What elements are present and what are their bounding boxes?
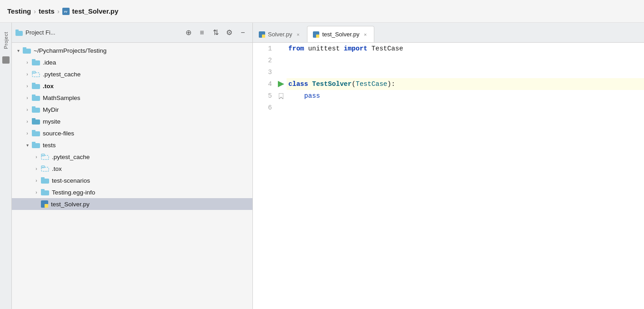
folder-tox-root-icon [32, 83, 40, 89]
tox-root-label: .tox [43, 83, 54, 90]
plain-paren-open: ( [352, 78, 356, 90]
tree-item-source-files[interactable]: source-files [12, 127, 252, 139]
breadcrumb-sep-2: › [57, 8, 60, 15]
svg-rect-3 [23, 47, 26, 50]
test-scenarios-label: test-scenarios [52, 177, 90, 184]
tree-item-test-solver-py[interactable]: test_Solver.py [12, 198, 252, 210]
mydir-label: MyDir [43, 106, 59, 113]
minimize-button[interactable]: − [237, 27, 249, 39]
tree-item-mysite[interactable]: mysite [12, 115, 252, 127]
collapse-all-button[interactable]: ≡ [196, 27, 208, 39]
tab-solver-label: Solver.py [268, 31, 292, 38]
folder-test-scenarios-icon [41, 177, 49, 184]
root-label: ~/PycharmProjects/Testing [34, 47, 106, 54]
plain-paren-close: ): [387, 78, 395, 90]
tox-tests-label: .tox [52, 165, 62, 172]
tree-item-mathsamples[interactable]: MathSamples [12, 92, 252, 104]
folder-source-files-icon [32, 130, 40, 136]
svg-rect-27 [41, 189, 45, 191]
sort-button[interactable]: ⇅ [210, 27, 221, 39]
tab-solver-close[interactable]: × [295, 31, 301, 38]
chevron-tox-root [24, 82, 31, 90]
code-line-3 [287, 66, 644, 78]
svg-rect-21 [41, 154, 45, 156]
panel-toolbar: Project Fi... ⊕ ≡ ⇅ ⚙ − [12, 23, 252, 43]
breadcrumb-file[interactable]: test_Solver.py [72, 7, 119, 15]
folder-mydir-icon [32, 106, 40, 113]
tree-item-idea[interactable]: .idea [12, 56, 252, 68]
gutter-3 [276, 66, 287, 78]
tree-item-tox-tests[interactable]: .tox [12, 163, 252, 174]
svg-marker-34 [279, 93, 283, 99]
mathsamples-label: MathSamples [43, 95, 80, 101]
kw-class: class [288, 78, 312, 90]
tree-item-test-scenarios[interactable]: test-scenarios [12, 174, 252, 186]
tab-bar: Solver.py × test_Solver.py × [253, 23, 644, 43]
tab-test-solver-label: test_Solver.py [322, 31, 359, 38]
line-num-5: 5 [257, 90, 272, 102]
root-folder-icon [23, 47, 31, 54]
chevron-tests [24, 141, 31, 149]
fn-testcase: TestCase [356, 78, 387, 90]
tree-item-pytest-cache[interactable]: .pytest_cache [12, 68, 252, 80]
folder-icon-toolbar [15, 30, 23, 36]
chevron-testing-egg [33, 189, 40, 196]
py-file-icon [62, 8, 70, 15]
chevron-tox-tests [33, 165, 40, 172]
tree-item-tests[interactable]: tests [12, 139, 252, 151]
project-label[interactable]: Project [3, 32, 9, 49]
svg-rect-13 [32, 106, 35, 109]
line-numbers: 1 2 3 4 5 6 [253, 43, 276, 309]
svg-rect-29 [45, 204, 48, 208]
breadcrumb-tests[interactable]: tests [39, 7, 55, 15]
code-line-2 [287, 55, 644, 66]
svg-rect-19 [32, 142, 35, 144]
svg-rect-31 [262, 35, 265, 38]
line-num-3: 3 [257, 66, 272, 78]
test-solver-tab-icon [313, 31, 319, 38]
tab-solver[interactable]: Solver.py × [253, 26, 307, 42]
add-content-button[interactable]: ⊕ [182, 27, 194, 39]
settings-button[interactable]: ⚙ [223, 27, 235, 39]
tree-item-tox-root[interactable]: .tox [12, 80, 252, 92]
chevron-pytest-cache-tests [33, 153, 40, 160]
folder-tests-icon [32, 142, 40, 148]
svg-rect-15 [32, 118, 35, 120]
breadcrumb: Testing › tests › test_Solver.py [0, 0, 644, 23]
code-line-6 [287, 102, 644, 114]
run-icon-line4[interactable] [278, 81, 284, 87]
folder-idea-icon [32, 59, 40, 65]
plain-testcase: TestCase [372, 43, 403, 55]
tree-item-pytest-cache-tests[interactable]: .pytest_cache [12, 151, 252, 163]
svg-rect-7 [32, 71, 35, 73]
svg-rect-1 [15, 30, 19, 32]
folder-pytest-cache-tests-icon [41, 154, 49, 160]
plain-unittest: unittest [308, 43, 340, 55]
tree-item-testing-egg[interactable]: Testing.egg-info [12, 186, 252, 198]
tab-test-solver[interactable]: test_Solver.py × [307, 26, 374, 42]
tree-root[interactable]: ~/PycharmProjects/Testing [12, 45, 252, 56]
tests-label: tests [43, 142, 56, 149]
tree-item-mydir[interactable]: MyDir [12, 104, 252, 115]
line-num-4: 4 [257, 78, 272, 90]
chevron-pytest-cache [24, 70, 31, 78]
svg-rect-9 [32, 83, 35, 85]
kw-from: from [288, 43, 308, 55]
sidebar-tab-icon[interactable] [2, 56, 10, 64]
file-tree: ~/PycharmProjects/Testing .idea [12, 43, 252, 309]
svg-rect-23 [41, 166, 45, 168]
breadcrumb-testing[interactable]: Testing [7, 7, 31, 15]
gutter-4[interactable] [276, 78, 287, 90]
test-solver-py-label: test_Solver.py [51, 201, 90, 208]
gutter-1 [276, 43, 287, 55]
chevron-mathsamples [24, 94, 31, 101]
gutter-5 [276, 90, 287, 102]
code-lines[interactable]: from unittest import TestCase class Test… [287, 43, 644, 309]
pytest-cache-label: .pytest_cache [43, 71, 80, 78]
tab-test-solver-close[interactable]: × [362, 31, 368, 38]
code-editor[interactable]: 1 2 3 4 5 6 [253, 43, 644, 309]
plain-indent [288, 90, 304, 102]
idea-label: .idea [43, 59, 56, 66]
svg-rect-5 [32, 59, 35, 61]
kw-import: import [340, 43, 372, 55]
